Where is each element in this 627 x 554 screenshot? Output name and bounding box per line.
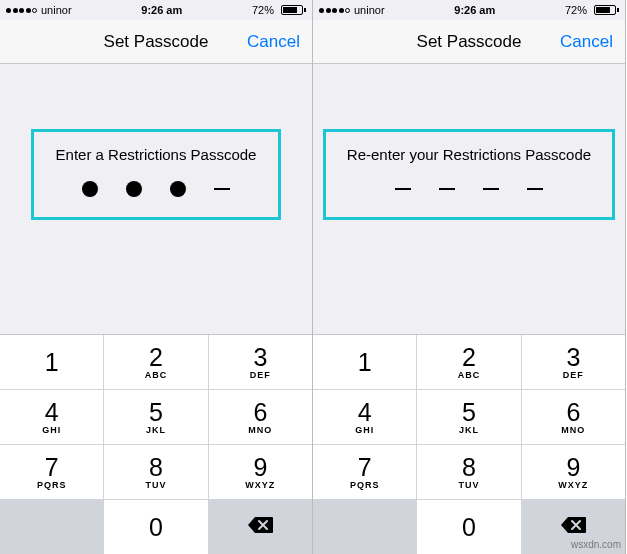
passcode-dot: [483, 181, 499, 197]
key-backspace[interactable]: [209, 500, 312, 554]
status-bar: uninor 9:26 am 72%: [0, 0, 312, 20]
key-number: 3: [253, 345, 267, 370]
key-letters: JKL: [459, 425, 479, 435]
carrier-label: uninor: [354, 4, 385, 16]
passcode-prompt-label: Re-enter your Restrictions Passcode: [347, 146, 591, 163]
key-4[interactable]: 4GHI: [313, 390, 416, 444]
key-number: 6: [566, 400, 580, 425]
key-6[interactable]: 6MNO: [209, 390, 312, 444]
carrier-label: uninor: [41, 4, 72, 16]
key-5[interactable]: 5JKL: [104, 390, 207, 444]
nav-bar: Set Passcode Cancel: [0, 20, 312, 64]
key-letters: DEF: [563, 370, 584, 380]
numeric-keypad: 1 2ABC 3DEF 4GHI 5JKL 6MNO 7PQRS 8TUV 9W…: [0, 334, 312, 554]
status-bar: uninor 9:26 am 72%: [313, 0, 625, 20]
key-backspace[interactable]: [522, 500, 625, 554]
key-letters: WXYZ: [558, 480, 588, 490]
nav-title: Set Passcode: [417, 32, 522, 52]
cancel-button[interactable]: Cancel: [247, 20, 300, 63]
key-7[interactable]: 7PQRS: [0, 445, 103, 499]
cancel-button[interactable]: Cancel: [560, 20, 613, 63]
key-number: 5: [149, 400, 163, 425]
key-number: 7: [358, 455, 372, 480]
key-8[interactable]: 8TUV: [417, 445, 520, 499]
status-left: uninor: [319, 4, 385, 16]
key-1[interactable]: 1: [313, 335, 416, 389]
key-number: 7: [45, 455, 59, 480]
key-number: 4: [358, 400, 372, 425]
key-blank: [313, 500, 416, 554]
battery-icon: [278, 5, 306, 15]
passcode-indicator: [82, 181, 230, 197]
passcode-dot: [126, 181, 142, 197]
key-letters: MNO: [561, 425, 585, 435]
key-letters: DEF: [250, 370, 271, 380]
passcode-indicator: [395, 181, 543, 197]
passcode-dot: [395, 181, 411, 197]
backspace-icon: [246, 515, 274, 539]
key-number: 3: [566, 345, 580, 370]
key-2[interactable]: 2ABC: [104, 335, 207, 389]
key-letters: ABC: [458, 370, 481, 380]
key-letters: MNO: [248, 425, 272, 435]
key-number: 1: [45, 350, 59, 375]
key-number: 1: [358, 350, 372, 375]
key-5[interactable]: 5JKL: [417, 390, 520, 444]
key-7[interactable]: 7PQRS: [313, 445, 416, 499]
key-number: 9: [253, 455, 267, 480]
passcode-prompt-label: Enter a Restrictions Passcode: [56, 146, 257, 163]
passcode-dot: [527, 181, 543, 197]
signal-strength-icon: [319, 8, 350, 13]
key-letters: GHI: [355, 425, 374, 435]
key-number: 2: [462, 345, 476, 370]
key-9[interactable]: 9WXYZ: [209, 445, 312, 499]
status-left: uninor: [6, 4, 72, 16]
key-4[interactable]: 4GHI: [0, 390, 103, 444]
key-0[interactable]: 0: [417, 500, 520, 554]
content-area: Re-enter your Restrictions Passcode: [313, 64, 625, 334]
key-number: 8: [462, 455, 476, 480]
key-letters: PQRS: [350, 480, 380, 490]
key-3[interactable]: 3DEF: [522, 335, 625, 389]
passcode-prompt-box: Enter a Restrictions Passcode: [31, 129, 281, 220]
key-number: 4: [45, 400, 59, 425]
key-6[interactable]: 6MNO: [522, 390, 625, 444]
key-blank: [0, 500, 103, 554]
key-letters: GHI: [42, 425, 61, 435]
backspace-icon: [559, 515, 587, 539]
key-number: 0: [462, 515, 476, 540]
key-letters: ABC: [145, 370, 168, 380]
numeric-keypad: 1 2ABC 3DEF 4GHI 5JKL 6MNO 7PQRS 8TUV 9W…: [313, 334, 625, 554]
key-letters: TUV: [145, 480, 166, 490]
key-number: 0: [149, 515, 163, 540]
key-number: 2: [149, 345, 163, 370]
key-letters: PQRS: [37, 480, 67, 490]
passcode-prompt-box: Re-enter your Restrictions Passcode: [323, 129, 615, 220]
status-time: 9:26 am: [454, 4, 495, 16]
status-right: 72%: [565, 4, 619, 16]
battery-percent: 72%: [252, 4, 274, 16]
key-letters: JKL: [146, 425, 166, 435]
passcode-dot: [214, 181, 230, 197]
passcode-dot: [82, 181, 98, 197]
key-3[interactable]: 3DEF: [209, 335, 312, 389]
phone-screen-enter-passcode: uninor 9:26 am 72% Set Passcode Cancel E…: [0, 0, 313, 554]
status-time: 9:26 am: [141, 4, 182, 16]
key-letters: WXYZ: [245, 480, 275, 490]
battery-percent: 72%: [565, 4, 587, 16]
key-8[interactable]: 8TUV: [104, 445, 207, 499]
key-number: 8: [149, 455, 163, 480]
key-0[interactable]: 0: [104, 500, 207, 554]
key-letters: TUV: [458, 480, 479, 490]
passcode-dot: [439, 181, 455, 197]
battery-icon: [591, 5, 619, 15]
phone-screen-reenter-passcode: uninor 9:26 am 72% Set Passcode Cancel R…: [313, 0, 626, 554]
nav-title: Set Passcode: [104, 32, 209, 52]
content-area: Enter a Restrictions Passcode: [0, 64, 312, 334]
key-number: 5: [462, 400, 476, 425]
key-2[interactable]: 2ABC: [417, 335, 520, 389]
key-number: 6: [253, 400, 267, 425]
key-9[interactable]: 9WXYZ: [522, 445, 625, 499]
nav-bar: Set Passcode Cancel: [313, 20, 625, 64]
key-1[interactable]: 1: [0, 335, 103, 389]
